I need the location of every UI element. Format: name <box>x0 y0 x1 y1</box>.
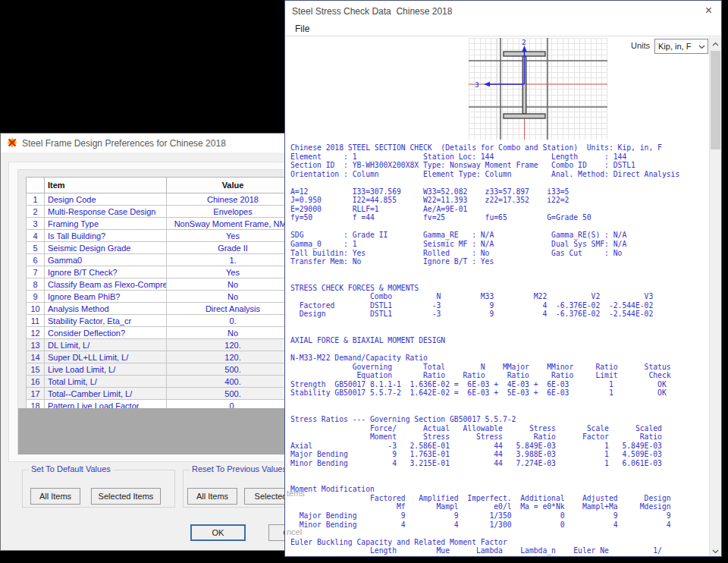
row-value[interactable]: 0. <box>167 315 300 327</box>
row-number: 12 <box>27 327 45 339</box>
scroll-down-icon[interactable] <box>710 544 721 556</box>
default-all-items-button[interactable]: All Items <box>30 488 80 505</box>
row-item: DL Limit, L/ <box>45 339 167 351</box>
table-row[interactable]: 1Design CodeChinese 2018 <box>27 193 300 206</box>
table-row[interactable]: 14Super DL+LL Limit, L/120. <box>27 351 300 363</box>
window-titlebar[interactable]: Steel Stress Check Data Chinese 2018 × <box>285 1 721 22</box>
scrollbar-thumb[interactable] <box>711 51 720 149</box>
row-number: 3 <box>27 218 45 230</box>
row-item: Super DL+LL Limit, L/ <box>45 351 167 363</box>
item-column-header: Item <box>45 178 167 193</box>
dialog-title: Steel Frame Design Preferences for Chine… <box>22 138 226 149</box>
row-value[interactable]: Yes <box>167 230 300 242</box>
row-number: 5 <box>27 242 45 254</box>
row-item: Ignore B/T Check? <box>45 266 167 278</box>
table-row[interactable]: 9Ignore Beam PhiB?No <box>27 291 300 303</box>
table-row[interactable]: 6Gamma01. <box>27 254 300 266</box>
row-item: Seismic Design Grade <box>45 242 167 254</box>
table-header-row: Item Value <box>27 178 300 193</box>
row-number: 15 <box>27 363 45 376</box>
row-value[interactable]: Direct Analysis <box>167 303 300 315</box>
row-number: 11 <box>27 315 45 327</box>
row-value[interactable]: Yes <box>167 266 300 278</box>
row-value[interactable]: Chinese 2018 <box>167 193 300 206</box>
table-row[interactable]: 5Seismic Design GradeGrade II <box>27 242 300 254</box>
table-row[interactable]: 4Is Tall Building?Yes <box>27 230 300 242</box>
window-title: Steel Stress Check Data Chinese 2018 <box>292 6 452 17</box>
vertical-scrollbar[interactable] <box>709 37 721 556</box>
units-label: Units <box>631 41 650 50</box>
axis-2-label: 2 <box>522 39 526 46</box>
table-row[interactable]: 12Consider Deflection?No <box>27 327 300 339</box>
row-value[interactable]: No <box>167 278 300 291</box>
row-number: 8 <box>27 278 45 291</box>
close-icon[interactable]: × <box>705 3 712 18</box>
table-row[interactable]: 2Multi-Response Case DesignEnvelopes <box>27 206 300 218</box>
units-dropdown[interactable]: Kip, in, F <box>654 39 708 54</box>
row-value[interactable]: 1. <box>167 254 300 266</box>
row-value[interactable]: NonSway Moment Frame, NMF <box>167 218 300 230</box>
row-value[interactable]: 120. <box>167 351 300 363</box>
value-column-header: Value <box>167 178 300 193</box>
window-content: Units Kip, in, F <box>285 37 721 556</box>
axis-3-label: 3 <box>475 81 479 89</box>
stress-check-report: Chinese 2018 STEEL SECTION CHECK (Detail… <box>290 143 706 556</box>
table-row[interactable]: 10Analysis MethodDirect Analysis <box>27 303 300 315</box>
row-number: 4 <box>27 230 45 242</box>
table-row[interactable]: 13DL Limit, L/120. <box>27 339 300 351</box>
scroll-up-icon[interactable] <box>710 37 721 49</box>
table-row[interactable]: 11Stability Factor, Eta_cr0. <box>27 315 300 327</box>
table-row[interactable]: 15Live Load Limit, L/500. <box>27 363 300 376</box>
row-number: 6 <box>27 254 45 266</box>
menu-bar: File <box>285 22 721 36</box>
row-item: Is Tall Building? <box>45 230 167 242</box>
row-number: 9 <box>27 291 45 303</box>
section-diagram: 2 3 <box>469 38 607 140</box>
table-row[interactable]: 16Total Limit, L/400. <box>27 376 300 388</box>
app-logo-icon <box>7 137 17 148</box>
ok-button[interactable]: OK <box>190 524 246 541</box>
set-default-values-label: Set To Default Values <box>29 464 113 473</box>
row-item: Stability Factor, Eta_cr <box>45 315 167 327</box>
row-item: Framing Type <box>45 218 167 230</box>
row-item: Design Code <box>45 193 167 206</box>
steel-stress-check-window: Steel Stress Check Data Chinese 2018 × F… <box>284 0 722 557</box>
row-item: Consider Deflection? <box>45 327 167 339</box>
table-row[interactable]: 17Total--Camber Limit, L/500. <box>27 388 300 400</box>
units-value: Kip, in, F <box>658 42 691 51</box>
row-item: Total Limit, L/ <box>45 376 167 388</box>
row-number: 13 <box>27 339 45 351</box>
table-row[interactable]: 7Ignore B/T Check?Yes <box>27 266 300 278</box>
set-default-values-group: Set To Default Values All Items Selected… <box>22 470 175 508</box>
ghost-text-fragment: ncel <box>287 527 302 536</box>
table-row[interactable]: 8Classify Beam as Flexo-Compression...No <box>27 278 300 291</box>
row-value[interactable]: Grade II <box>167 242 300 254</box>
row-value[interactable]: No <box>167 291 300 303</box>
row-value[interactable]: No <box>167 327 300 339</box>
row-value[interactable]: 400. <box>167 376 300 388</box>
row-value[interactable]: 500. <box>167 388 300 400</box>
row-item: Live Load Limit, L/ <box>45 363 167 376</box>
row-item: Total--Camber Limit, L/ <box>45 388 167 400</box>
row-item: Multi-Response Case Design <box>45 206 167 218</box>
row-item: Classify Beam as Flexo-Compression... <box>45 278 167 291</box>
row-value[interactable]: 500. <box>167 363 300 376</box>
chevron-down-icon <box>698 43 705 50</box>
reset-all-items-button[interactable]: All Items <box>187 488 237 505</box>
row-number: 14 <box>27 351 45 363</box>
file-menu[interactable]: File <box>295 24 309 34</box>
reset-previous-values-label: Reset To Previous Values <box>190 464 289 473</box>
table-row[interactable]: 3Framing TypeNonSway Moment Frame, NMF <box>27 218 300 230</box>
number-column-header <box>27 178 45 193</box>
row-value[interactable]: 120. <box>167 339 300 351</box>
preferences-table: Item Value 1Design CodeChinese 2018 2Mul… <box>26 177 300 424</box>
row-number: 16 <box>27 376 45 388</box>
row-number: 1 <box>27 193 45 206</box>
row-number: 2 <box>27 206 45 218</box>
row-item: Ignore Beam PhiB? <box>45 291 167 303</box>
row-number: 7 <box>27 266 45 278</box>
row-value[interactable]: Envelopes <box>167 206 300 218</box>
default-selected-items-button[interactable]: Selected Items <box>91 488 161 505</box>
row-number: 17 <box>27 388 45 400</box>
row-item: Gamma0 <box>45 254 167 266</box>
